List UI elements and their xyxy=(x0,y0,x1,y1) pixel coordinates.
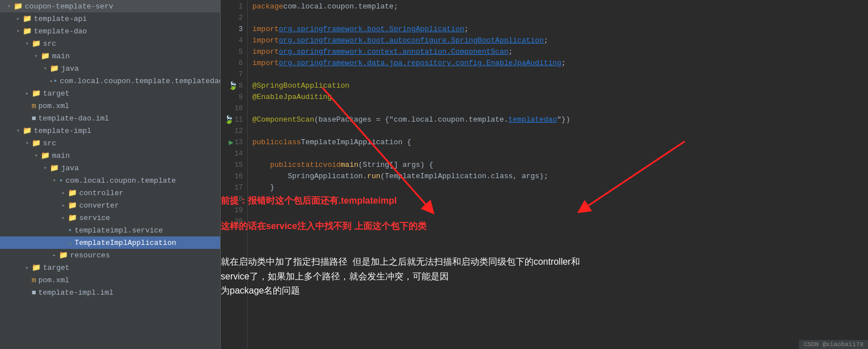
arrow-icon xyxy=(5,3,14,10)
code-line-2 xyxy=(252,12,868,24)
arrow-icon xyxy=(41,65,50,72)
tree-label: src xyxy=(43,139,56,148)
folder-icon: 📁 xyxy=(68,188,77,197)
ln-18: 18 xyxy=(221,193,243,205)
tree-item-src2[interactable]: 📁 src xyxy=(0,137,220,149)
tree-item-templateimpl-service[interactable]: ▪ templateimpl.service xyxy=(0,224,220,236)
code-line-1: package com.local.coupon.template; xyxy=(252,1,868,12)
code-line-16: SpringApplication.run(TemplateImplApplic… xyxy=(252,171,868,182)
code-line-15: public static void main(String[] args) { xyxy=(252,160,868,171)
folder-icon: 📁 xyxy=(32,139,41,148)
arrow-icon xyxy=(59,214,68,221)
folder-icon: 📁 xyxy=(14,2,23,11)
tree-item-service[interactable]: 📁 service xyxy=(0,212,220,224)
tree-label: template-dao.iml xyxy=(38,114,109,123)
arrow-icon xyxy=(14,28,23,35)
tree-label: TemplateImplApplication xyxy=(75,239,176,247)
iml-icon: ■ xyxy=(32,288,36,297)
tree-item-resources[interactable]: 📁 resources xyxy=(0,249,220,261)
tree-item-main2[interactable]: 📁 main xyxy=(0,149,220,162)
folder-icon: 📁 xyxy=(23,126,32,135)
arrow-icon xyxy=(14,15,23,22)
tree-item-converter[interactable]: 📁 converter xyxy=(0,199,220,212)
arrow-icon xyxy=(50,177,59,184)
tree-item-template-dao[interactable]: 📁 template-dao xyxy=(0,25,220,37)
package-icon: ▪ xyxy=(68,226,72,235)
spring-icon-11: 🍃 xyxy=(224,114,234,126)
code-editor: 1 2 3 4 5 6 7 🍃8 9 10 🍃11 12 ▶13 14 15 1… xyxy=(221,0,868,349)
ln-13: ▶13 xyxy=(221,137,243,148)
status-text: CSDN @xiaobai178 xyxy=(803,341,863,348)
arrow-icon xyxy=(23,264,32,271)
ln-19: 19 xyxy=(221,205,243,216)
arrow-icon xyxy=(32,53,41,59)
code-line-13: public class TemplateImplApplication { xyxy=(252,137,868,148)
arrow-icon xyxy=(23,140,32,147)
arrow-icon xyxy=(59,202,68,209)
ln-12: 12 xyxy=(221,126,243,137)
tree-label: java xyxy=(61,64,79,73)
ln-6: 6 xyxy=(221,58,243,69)
tree-label: pom.xml xyxy=(38,276,70,285)
tree-item-target2[interactable]: 📁 target xyxy=(0,261,220,274)
folder-icon: 📁 xyxy=(32,89,41,98)
tree-item-main1[interactable]: 📁 main xyxy=(0,50,220,62)
tree-item-pom2[interactable]: m pom.xml xyxy=(0,274,220,286)
ln-4: 4 xyxy=(221,35,243,46)
tree-item-src1[interactable]: 📁 src xyxy=(0,37,220,50)
arrow-icon xyxy=(14,127,23,134)
tree-label: com.local.coupon.template.templatedao xyxy=(60,77,221,85)
code-line-3: import org.springframework.boot.SpringAp… xyxy=(252,24,868,35)
xml-icon: m xyxy=(32,102,36,110)
code-line-7 xyxy=(252,69,868,80)
folder-icon: 📁 xyxy=(50,64,59,73)
code-line-18 xyxy=(252,193,868,205)
java-icon: ☕ xyxy=(68,238,72,247)
spring-icon: 🍃 xyxy=(228,80,238,92)
tree-label: src xyxy=(43,40,56,48)
tree-item-java1[interactable]: 📁 java xyxy=(0,62,220,75)
arrow-icon xyxy=(32,152,41,159)
code-line-11: @ComponentScan(basePackages = {"com.loca… xyxy=(252,114,868,126)
tree-item-template-api[interactable]: 📁 template-api xyxy=(0,12,220,25)
tree-item-dao-iml[interactable]: ■ template-dao.iml xyxy=(0,112,220,124)
xml-icon: m xyxy=(32,276,36,285)
tree-item-impl-iml[interactable]: ■ template-impl.iml xyxy=(0,286,220,299)
tree-label: templateimpl.service xyxy=(75,226,163,235)
ln-14: 14 xyxy=(221,148,243,160)
arrow-icon xyxy=(23,40,32,47)
ln-2: 2 xyxy=(221,12,243,24)
tree-item-templatedao-pkg[interactable]: ▪ com.local.coupon.template.templatedao xyxy=(0,75,220,87)
tree-item-coupon-template-serv[interactable]: 📁 coupon-template-serv xyxy=(0,0,220,12)
tree-item-template-impl[interactable]: 📁 template-impl xyxy=(0,124,220,137)
tree-item-controller[interactable]: 📁 controller xyxy=(0,187,220,199)
folder-icon: 📁 xyxy=(59,251,68,260)
run-icon-13: ▶ xyxy=(229,137,233,148)
arrow-icon xyxy=(50,252,59,258)
folder-icon: 📁 xyxy=(68,201,77,210)
tree-item-pom1[interactable]: m pom.xml xyxy=(0,100,220,112)
code-line-6: import org.springframework.data.jpa.repo… xyxy=(252,58,868,69)
tree-item-target1[interactable]: 📁 target xyxy=(0,87,220,100)
folder-icon: 📁 xyxy=(23,14,32,23)
folder-icon: 📁 xyxy=(41,151,50,160)
arrow-icon xyxy=(59,189,68,196)
tree-label: template-api xyxy=(34,15,87,23)
code-line-9: @EnableJpaAuditing xyxy=(252,92,868,103)
tree-item-java2[interactable]: 📁 java xyxy=(0,162,220,174)
code-line-19 xyxy=(252,205,868,216)
ln-5: 5 xyxy=(221,46,243,58)
code-line-17: } xyxy=(252,182,868,193)
tree-label: converter xyxy=(79,201,119,210)
tree-item-TemplateImplApplication[interactable]: ☕ TemplateImplApplication xyxy=(0,236,220,249)
tree-label: template-impl xyxy=(34,127,91,135)
folder-icon: 📁 xyxy=(68,213,77,222)
ln-3: 3 xyxy=(221,24,243,35)
ln-9: 9 xyxy=(221,92,243,103)
tree-label: java xyxy=(61,164,79,173)
ln-11: 🍃11 xyxy=(221,114,243,126)
code-line-14 xyxy=(252,148,868,160)
tree-item-template-pkg[interactable]: ▪ com.local.coupon.template xyxy=(0,174,220,187)
folder-icon: 📁 xyxy=(32,39,41,48)
code-line-8: @SpringBootApplication xyxy=(252,80,868,92)
